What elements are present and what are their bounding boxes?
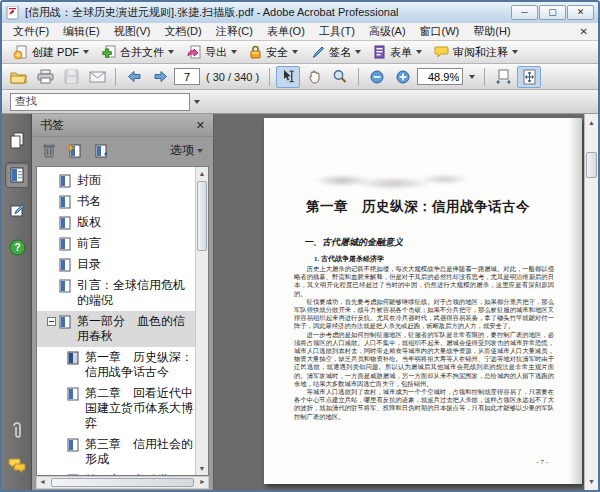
email-button[interactable] (85, 66, 109, 88)
menu-document[interactable]: 文档(D) (157, 23, 208, 40)
svg-text:?: ? (14, 242, 20, 253)
sign-button[interactable]: 签名 (305, 43, 366, 62)
review-comment-button[interactable]: 审阅和注释 (429, 43, 523, 62)
paragraph: 等城市人口逃散到了农村，城市成为一个个空城时，占领和控制就变得容易了，只需要在各… (294, 388, 554, 421)
fit-width-icon (496, 69, 511, 85)
fit-page-button[interactable] (517, 66, 541, 88)
close-button[interactable]: ✕ (567, 5, 594, 20)
menu-comments[interactable]: 注释(C) (209, 23, 260, 40)
export-icon (186, 45, 201, 60)
attachments-panel-button[interactable] (5, 418, 29, 444)
chevron-down-icon (292, 50, 298, 54)
pdf-page[interactable]: 第一章 历史纵深：信用战争话古今 一、古代屠城的金融意义 1. 古代战争屠杀经济… (264, 118, 582, 484)
bookmark-item[interactable]: 前言 (37, 233, 208, 254)
expand-bookmark-icon[interactable] (93, 143, 110, 159)
zoom-in-button[interactable] (391, 66, 415, 88)
bookmark-page-icon (59, 258, 71, 272)
separator (269, 68, 270, 86)
menu-tools[interactable]: 工具(T) (312, 23, 362, 40)
scroll-up-icon[interactable]: ▲ (585, 116, 598, 129)
hand-tool-button[interactable] (302, 66, 326, 88)
scroll-down-icon[interactable]: ▼ (196, 462, 208, 475)
current-page-input[interactable] (174, 68, 200, 85)
document-view[interactable]: 第一章 历史纵深：信用战争话古今 一、古代屠城的金融意义 1. 古代战争屠杀经济… (215, 114, 598, 490)
menu-edit[interactable]: 编辑(E) (56, 23, 107, 40)
chevron-down-icon (416, 50, 422, 54)
bookmark-item[interactable]: 版权 (37, 212, 208, 233)
scroll-up-icon[interactable]: ▲ (196, 167, 208, 180)
scroll-left-icon[interactable]: ◄ (39, 478, 46, 485)
new-bookmark-icon[interactable] (66, 143, 83, 159)
bookmark-item[interactable]: 第二章 回看近代中国建立货币体系大博弈 (37, 383, 208, 434)
bookmarks-panel-header[interactable]: 书签 ✕ (32, 114, 213, 137)
title-bar[interactable]: [信用战：全球历史演进元规则].张捷.扫描版.pdf - Adobe Acrob… (2, 2, 598, 23)
bookmarks-panel: 书签 ✕ (32, 114, 214, 490)
menu-bar: 文件(F) 编辑(E) 视图(V) 文档(D) 注释(C) 表单(O) 工具(T… (2, 23, 598, 41)
menu-help[interactable]: 帮助(H) (466, 23, 517, 40)
bookmark-item-current[interactable]: 第一章 历史纵深：信用战争话古今 (37, 347, 208, 383)
previous-page-button[interactable] (122, 66, 146, 88)
zoom-level-input[interactable] (417, 68, 463, 85)
chevron-down-icon (231, 50, 237, 54)
scrollbar-thumb[interactable] (51, 478, 194, 487)
find-dropdown-button[interactable] (190, 93, 203, 111)
secure-button[interactable]: 安全 (244, 43, 303, 62)
scrollbar-thumb[interactable] (197, 181, 207, 251)
select-tool-button[interactable] (276, 66, 300, 88)
maximize-button[interactable]: ▢ (539, 5, 566, 20)
menu-file[interactable]: 文件(F) (6, 23, 56, 40)
bookmark-page-icon (59, 279, 71, 293)
minimize-button[interactable]: ─ (511, 5, 538, 20)
bookmark-item[interactable]: 第三章 信用社会的形成 (37, 434, 208, 470)
pages-panel-button[interactable] (5, 128, 29, 154)
bookmarks-scrollbar-horizontal[interactable]: ◄ ► (36, 476, 209, 489)
signatures-panel-button[interactable] (5, 198, 29, 224)
forms-icon (373, 45, 386, 60)
find-input[interactable] (10, 93, 190, 111)
chevron-down-icon (83, 50, 89, 54)
bookmark-item[interactable]: 引言：全球信用危机的端倪 (37, 275, 208, 311)
menu-advanced[interactable]: 高级(A) (362, 23, 413, 40)
save-button[interactable] (59, 66, 83, 88)
menu-window[interactable]: 窗口(W) (413, 23, 467, 40)
save-disk-icon (64, 69, 79, 84)
create-pdf-button[interactable]: 创建 PDF (8, 43, 94, 62)
document-scrollbar-vertical[interactable]: ▲ ▼ (584, 114, 598, 490)
how-to-panel-button[interactable]: ? (5, 234, 29, 260)
sign-pen-icon (310, 45, 325, 60)
bookmark-item-selected[interactable]: 第一部分 血色的信用春秋 (37, 311, 208, 347)
bookmarks-scrollbar-vertical[interactable]: ▲ ▼ (195, 167, 208, 475)
main-area: ? 书签 ✕ (2, 114, 598, 490)
export-button[interactable]: 导出 (181, 43, 242, 62)
open-button[interactable] (7, 66, 31, 88)
combine-files-button[interactable]: 合并文件 (96, 43, 179, 62)
zoom-out-button[interactable] (365, 66, 389, 88)
close-panel-icon[interactable]: ✕ (196, 119, 205, 132)
bookmark-page-icon (67, 351, 79, 365)
marquee-zoom-button[interactable] (328, 66, 352, 88)
signature-pen-icon (9, 203, 25, 219)
fit-width-button[interactable] (491, 66, 515, 88)
scrollbar-thumb[interactable] (586, 152, 597, 178)
pages-icon (9, 132, 25, 150)
forms-button[interactable]: 表单 (368, 43, 427, 62)
collapse-minus-icon[interactable] (47, 317, 56, 326)
bookmark-item[interactable]: 书名 (37, 191, 208, 212)
next-page-button[interactable] (148, 66, 172, 88)
print-button[interactable] (33, 66, 57, 88)
scroll-down-icon[interactable]: ▼ (585, 475, 598, 488)
delete-bookmark-icon[interactable] (42, 143, 56, 158)
menu-forms[interactable]: 表单(O) (260, 23, 312, 40)
bookmark-item[interactable]: 封面 (37, 170, 208, 191)
bookmark-item[interactable]: 目录 (37, 254, 208, 275)
comments-panel-button[interactable] (5, 452, 29, 478)
arrow-right-icon (153, 70, 168, 83)
menu-view[interactable]: 视图(V) (107, 23, 158, 40)
bookmarks-options-button[interactable]: 选项 (170, 142, 203, 159)
minus-circle-icon (370, 70, 384, 84)
bookmarks-tree: 封面 书名 版权 前言 (36, 166, 209, 476)
scroll-right-icon[interactable]: ► (199, 478, 206, 485)
document-close-icon[interactable]: ✕ (574, 26, 594, 37)
zoom-dropdown-button[interactable] (465, 68, 478, 86)
bookmarks-panel-button[interactable] (5, 162, 29, 188)
